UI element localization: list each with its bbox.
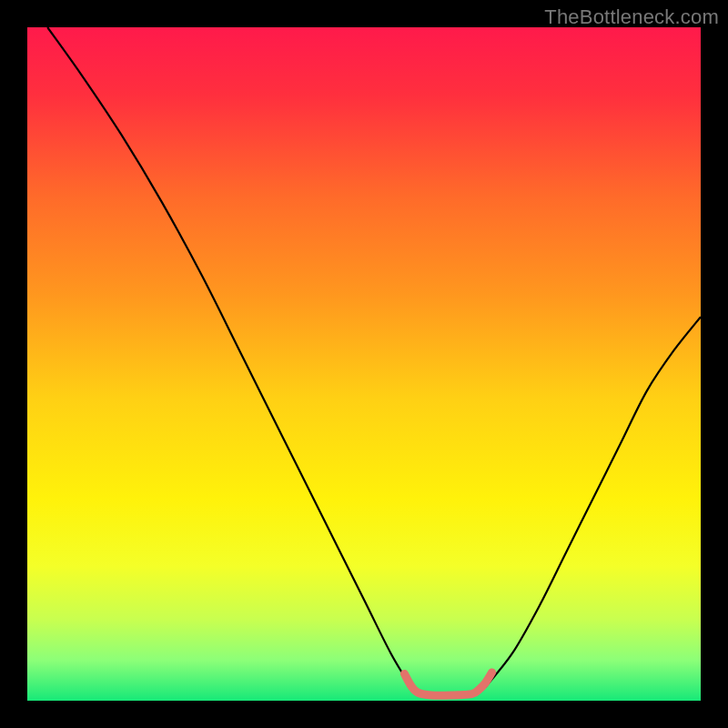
chart-frame: TheBottleneck.com bbox=[0, 0, 728, 728]
series-valley-highlight bbox=[404, 672, 491, 695]
series-left-curve bbox=[47, 27, 411, 687]
watermark-text: TheBottleneck.com bbox=[544, 5, 719, 29]
plot-area bbox=[27, 27, 701, 701]
series-right-curve bbox=[485, 317, 701, 687]
curves-layer bbox=[27, 27, 701, 701]
